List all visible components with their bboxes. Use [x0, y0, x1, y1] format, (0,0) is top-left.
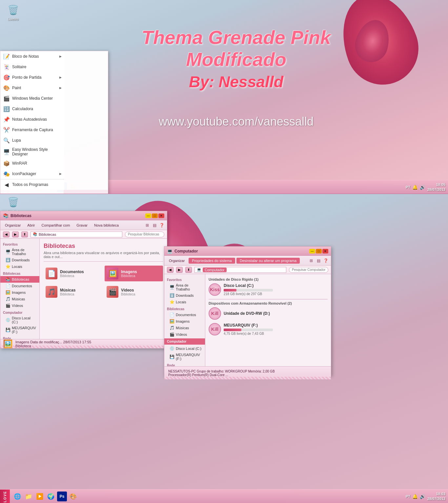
libraries-open-btn[interactable]: Abrir [25, 223, 37, 228]
libraries-up-btn[interactable]: ⬆ [21, 231, 28, 237]
sm-item-iconpackager[interactable]: 🎭 IconPackager [0, 169, 64, 179]
sm-icon-lupa: 🔍 [3, 137, 10, 144]
comp-sidebar-locais[interactable]: ⭐ Locais [164, 299, 205, 305]
computer-path: 💻 Computador [194, 267, 286, 273]
libraries-titlebar: 📚 Bibliotecas — □ ✕ [0, 211, 167, 220]
libraries-maximize-btn[interactable]: □ [152, 213, 158, 218]
lib-icon-imagens: 🖼️ [107, 268, 118, 279]
sm-item-paint[interactable]: 🎨 Paint [0, 83, 64, 93]
website-text: www.youtube.com/vanessalld [121, 115, 351, 129]
computer-forward-btn[interactable]: ▶ [176, 267, 183, 273]
sidebar-area-trabalho[interactable]: 🖥️ Área de Trabalho [0, 247, 39, 257]
sm-item-notas[interactable]: 📌 Notas Autoadesivas [0, 114, 64, 125]
computer-view-btn2[interactable]: ▤ [315, 257, 322, 264]
sidebar-disco-c[interactable]: 💿 Disco Local (C:) [0, 315, 39, 325]
comp-sidebar-disco-c[interactable]: 💿 Disco Local (C:) [164, 345, 205, 352]
drive-f-item[interactable]: Kill MEUSARQUIV (F:) 4,75 GB livre(s) de… [209, 323, 328, 335]
statusbar-pattern [0, 346, 167, 348]
libraries-description: Abra uma biblioteca para visualizar os a… [44, 251, 163, 262]
computer-view-btn1[interactable]: ⊞ [308, 257, 315, 264]
start-button-bottom[interactable]: LOVE [0, 490, 10, 503]
sm-item-ewsd[interactable]: 🖥️ Easy Windows Style Designer [0, 146, 64, 158]
sidebar-documentos[interactable]: 📄 Documentos [0, 283, 39, 289]
recycle-bin-img-top: 🗑️ [7, 3, 20, 16]
computer-search-input[interactable] [289, 267, 328, 273]
lib-item-videos[interactable]: 🎬 Vídeos Biblioteca [105, 284, 163, 300]
statusbar-line2: Processador(R) Pentium(R) Dual-Core ... [168, 373, 327, 377]
sm-item-todos[interactable]: ◀ Todos os Programas [0, 179, 64, 190]
libraries-burn-btn[interactable]: Gravar [74, 223, 90, 228]
libraries-forward-btn[interactable]: ▶ [12, 231, 19, 237]
computer-uninstall-btn[interactable]: Desinstalar ou alterar um programa [236, 258, 300, 264]
taskbar-extra-icon-b[interactable]: 🎨 [68, 492, 78, 501]
comp-sidebar-downloads[interactable]: ⬇️ Downloads [164, 292, 205, 299]
recycle-bin-icon-top[interactable]: 🗑️ Lixeiro [3, 3, 23, 21]
comp-sidebar-meus[interactable]: 💾 MEUSARQUIV (F:) [164, 352, 205, 362]
computer-up-btn[interactable]: ⬆ [185, 267, 192, 273]
comp-sidebar-music[interactable]: 🎵 Músicas [164, 325, 205, 331]
computer-minimize-btn[interactable]: — [309, 249, 315, 253]
sm-item-lupa[interactable]: 🔍 Lupa [0, 135, 64, 146]
drive-d-icon: Kill [209, 307, 221, 320]
sm-item-calc[interactable]: 🔢 Calculadora [0, 104, 64, 114]
computer-help-btn[interactable]: ❓ [322, 257, 329, 264]
tray-speaker-icon: 🔊 [420, 185, 425, 190]
lib-item-imagens[interactable]: 🖼️ Imagens Biblioteca [105, 266, 163, 281]
tray-network-icon: 🔔 [412, 185, 418, 190]
sm-item-winrar[interactable]: 📦 WinRAR [0, 158, 64, 169]
taskbar-ps-icon-b[interactable]: Ps [57, 492, 67, 501]
libraries-organize-btn[interactable]: Organizar [2, 223, 23, 228]
computer-content: Unidades de Disco Rígido (1) Kiss Disco … [205, 274, 331, 366]
computer-back-btn[interactable]: ◀ [167, 267, 173, 273]
comp-sidebar-videos[interactable]: 🎬 Vídeos [164, 331, 205, 338]
tray-network-icon-b: 🔔 [412, 494, 418, 499]
drive-c-item[interactable]: Kiss Disco Local (C:) 218 GB livre(s) de… [209, 283, 328, 296]
comp-sidebar-docs[interactable]: 📄 Documentos [164, 312, 205, 318]
sm-item-bloco[interactable]: 📝 Bloco de Notas [0, 51, 64, 62]
sidebar-meusarquiv[interactable]: 💾 MEUSARQUIV (F:) [0, 325, 39, 335]
computer-view-group: ⊞ ▤ ❓ [308, 257, 329, 264]
taskbar-ie-icon-b[interactable]: 🌐 [12, 492, 22, 501]
taskbar-media-icon-b[interactable]: ▶️ [35, 492, 45, 501]
computer-window-title: Computador [174, 249, 309, 253]
locais-icon: ⭐ [6, 264, 10, 269]
libraries-help-btn[interactable]: ❓ [158, 222, 165, 229]
computer-close-btn[interactable]: ✕ [322, 249, 328, 253]
libraries-view-btn1[interactable]: ⊞ [144, 222, 151, 229]
start-menu-left: 📝 Bloco de Notas 🃏 Solitaire 🎯 Ponto de … [0, 51, 64, 190]
comp-sidebar-img[interactable]: 🖼️ Imagens [164, 318, 205, 325]
computer-properties-btn[interactable]: Propriedades do sistema [189, 258, 235, 264]
libraries-back-btn[interactable]: ◀ [3, 231, 10, 237]
drive-c-icon: Kiss [209, 283, 221, 296]
sidebar-locais[interactable]: ⭐ Locais [0, 263, 39, 270]
section-divider-1 [209, 299, 328, 299]
sidebar-bibliotecas-active[interactable]: 📚 Bibliotecas [0, 276, 39, 283]
sm-item-solitaire[interactable]: 🃏 Solitaire [0, 62, 64, 72]
taskbar-chrome-icon-b[interactable]: 🌍 [46, 492, 56, 501]
sm-item-captura[interactable]: ✂️ Ferramenta de Captura [0, 125, 64, 135]
computer-organize-btn[interactable]: Organizar [166, 258, 187, 263]
sm-item-ponto[interactable]: 🎯 Ponto de Partida [0, 72, 64, 83]
libraries-share-btn[interactable]: Compartilhar com [39, 223, 73, 228]
statusbar-text: Imagens Data de modificaç... 28/07/2013 … [15, 340, 91, 344]
sidebar-musicas[interactable]: 🎵 Músicas [0, 296, 39, 302]
sm-item-wmc[interactable]: 🎬 Windows Media Center [0, 93, 64, 104]
libraries-view-btn2[interactable]: ▤ [151, 222, 158, 229]
computer-maximize-btn[interactable]: □ [316, 249, 322, 253]
computer-window: 💻 Computador — □ ✕ Organizar Propriedade… [164, 246, 331, 376]
libraries-close-btn[interactable]: ✕ [158, 213, 164, 218]
libraries-search-input[interactable] [125, 231, 164, 237]
comp-sidebar-area[interactable]: 🖥️ Área de Trabalho [164, 282, 205, 292]
sidebar-imagens[interactable]: 🖼️ Imagens [0, 289, 39, 296]
recycle-bin-icon-bottom[interactable]: 🗑️ Lixeiro [3, 195, 23, 213]
libraries-new-btn[interactable]: Nova biblioteca [92, 223, 121, 228]
sidebar-downloads[interactable]: ⬇️ Downloads [0, 257, 39, 263]
drive-f-bar [224, 329, 241, 331]
drive-d-item[interactable]: Kill Unidade de DVD-RW (D:) [209, 307, 328, 320]
libraries-minimize-btn[interactable]: — [145, 213, 151, 218]
computer-body: Favoritos 🖥️ Área de Trabalho ⬇️ Downloa… [164, 274, 331, 366]
taskbar-folder-icon-b[interactable]: 📁 [24, 492, 33, 501]
lib-item-musicas[interactable]: 🎵 Músicas Biblioteca [44, 284, 102, 300]
sidebar-videos[interactable]: 🎬 Vídeos [0, 302, 39, 309]
lib-item-documentos[interactable]: 📄 Documentos Biblioteca [44, 266, 102, 281]
